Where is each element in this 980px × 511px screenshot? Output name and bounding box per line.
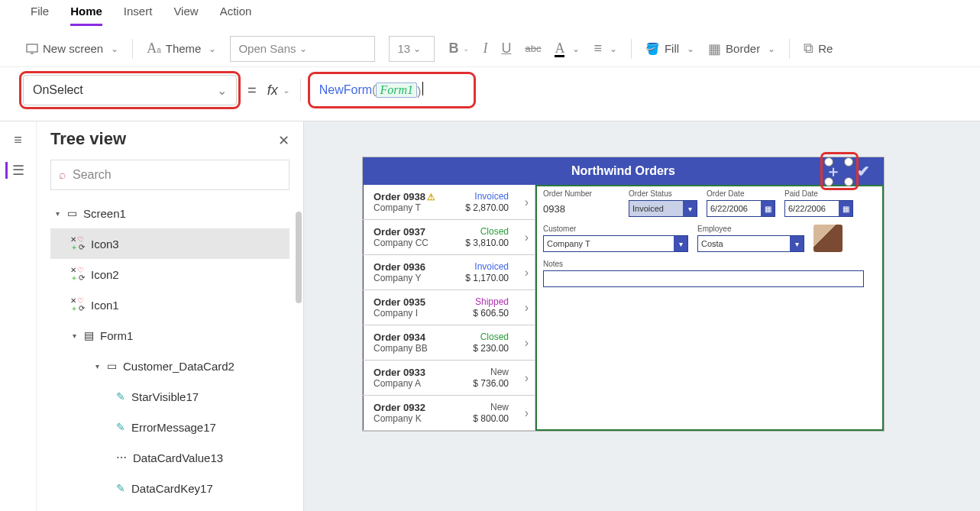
order-amount: $ 606.50	[473, 308, 509, 319]
calendar-icon: ▦	[761, 201, 775, 216]
reorder-button[interactable]: ⧉ Re	[804, 40, 833, 57]
order-status: New	[490, 367, 509, 377]
order-status-select[interactable]: Invoiced▾	[629, 200, 697, 217]
formula-arg: Form1	[376, 82, 417, 98]
employee-select[interactable]: Costa▾	[697, 235, 804, 252]
orders-gallery[interactable]: Order 0938⚠Company TInvoiced$ 2,870.00›O…	[363, 185, 535, 431]
label-icon: ✎	[116, 421, 125, 433]
tree-item-icon2[interactable]: ✕♡＋⟳ Icon2	[50, 259, 289, 289]
check-icon[interactable]: ✔	[857, 162, 870, 180]
order-amount: $ 736.00	[473, 378, 509, 389]
form-icon: ▤	[84, 329, 94, 341]
employee-avatar	[813, 225, 843, 252]
tree-search-input[interactable]: ⌕ Search	[50, 160, 289, 190]
font-family-value: Open Sans	[238, 42, 296, 55]
tree-view-icon[interactable]: ☰	[5, 162, 24, 179]
property-select[interactable]: OnSelect ⌄	[23, 75, 237, 105]
reorder-icon: ⧉	[804, 40, 813, 57]
new-screen-label: New screen	[43, 42, 103, 55]
theme-label: Theme	[166, 42, 202, 55]
hamburger-icon[interactable]: ≡	[14, 132, 22, 148]
chevron-down-icon: ▾	[683, 201, 697, 216]
order-row[interactable]: Order 0935Company IShipped$ 606.50›	[363, 290, 535, 325]
chevron-right-icon: ›	[525, 266, 529, 280]
theme-button[interactable]: Aa Theme	[147, 40, 216, 57]
search-icon: ⌕	[59, 168, 66, 182]
font-color-button[interactable]: A	[555, 40, 580, 57]
close-icon[interactable]: ✕	[278, 132, 289, 149]
tree-label: Form1	[100, 329, 133, 342]
menu-view[interactable]: View	[173, 5, 198, 24]
tree-label: Screen1	[83, 207, 126, 220]
tree-item-icon3[interactable]: ✕♡＋⟳ Icon3	[50, 228, 289, 259]
order-row[interactable]: Order 0938⚠Company TInvoiced$ 2,870.00›	[363, 185, 535, 220]
tree-view-title: Tree view	[50, 121, 289, 160]
order-form: Order Number 0938 Order Status Invoiced▾…	[535, 185, 884, 431]
strike-button[interactable]: abc	[525, 43, 541, 54]
tree-label: ErrorMessage17	[131, 421, 216, 434]
order-status: Closed	[480, 226, 509, 237]
reorder-label: Re	[818, 42, 833, 55]
label-icon: ✎	[116, 482, 125, 494]
screen-icon	[26, 43, 38, 55]
fx-button[interactable]: fx⌄	[267, 82, 289, 99]
tree-item-screen1[interactable]: ▾▭Screen1	[50, 198, 289, 228]
menu-file[interactable]: File	[31, 5, 49, 24]
fill-label: Fill	[665, 42, 679, 55]
menu-home[interactable]: Home	[70, 5, 102, 26]
border-button[interactable]: ▦ Border	[708, 40, 775, 57]
tree-label: DataCardValue13	[133, 451, 223, 464]
order-amount: $ 1,170.00	[465, 273, 509, 283]
calendar-icon: ▦	[839, 201, 852, 216]
menu-action[interactable]: Action	[220, 5, 252, 24]
search-placeholder: Search	[73, 168, 112, 182]
svg-rect-0	[27, 44, 37, 52]
label-icon: ✎	[116, 390, 125, 403]
notes-input[interactable]	[543, 270, 864, 287]
underline-button[interactable]: U	[501, 40, 511, 57]
customer-select[interactable]: Company T▾	[543, 235, 688, 252]
font-size-select[interactable]: 13	[389, 36, 435, 62]
app-preview: Northwind Orders ＋ ✔ Order 0938⚠Company …	[362, 157, 885, 432]
align-button[interactable]: ≡	[593, 40, 617, 57]
order-amount: $ 230.00	[473, 343, 509, 354]
formula-input[interactable]: NewForm( Form1 )	[312, 76, 472, 105]
tree-label: Customer_DataCard2	[123, 360, 234, 373]
chevron-right-icon: ›	[525, 336, 529, 350]
tree-item-icon1[interactable]: ✕♡＋⟳ Icon1	[50, 289, 289, 320]
tree-item-form1[interactable]: ▾▤Form1	[50, 320, 289, 351]
paid-date-input[interactable]: 6/22/2006▦	[784, 200, 853, 217]
tree-item-datacard[interactable]: ▾▭Customer_DataCard2	[50, 351, 289, 381]
order-row[interactable]: Order 0937Company CCClosed$ 3,810.00›	[363, 220, 535, 255]
font-size-value: 13	[397, 42, 410, 55]
order-row[interactable]: Order 0933Company ANew$ 736.00›	[363, 361, 535, 396]
tree-item-star[interactable]: ✎StarVisible17	[50, 381, 289, 412]
font-family-select[interactable]: Open Sans	[230, 36, 375, 62]
order-row[interactable]: Order 0932Company KNew$ 800.00›	[363, 396, 535, 431]
tree-item-value[interactable]: ⋯DataCardValue13	[50, 442, 289, 473]
paid-date-label: Paid Date	[784, 189, 853, 198]
italic-button[interactable]: I	[483, 40, 487, 57]
new-screen-button[interactable]: New screen	[26, 42, 118, 55]
tree-item-error[interactable]: ✎ErrorMessage17	[50, 412, 289, 442]
fill-button[interactable]: 🪣 Fill	[645, 42, 694, 56]
bold-button[interactable]: B⌄	[448, 40, 469, 57]
order-date-input[interactable]: 6/22/2006▦	[707, 200, 775, 217]
paint-bucket-icon: 🪣	[645, 42, 660, 56]
chevron-right-icon: ›	[525, 371, 529, 385]
tree-item-key[interactable]: ✎DataCardKey17	[50, 473, 289, 503]
order-status: Shipped	[475, 296, 509, 307]
order-number-value: 0938	[543, 200, 619, 215]
tree-label: DataCardKey17	[131, 482, 213, 495]
selection-handles[interactable]	[824, 157, 853, 186]
scrollbar-thumb[interactable]	[296, 212, 302, 303]
order-row[interactable]: Order 0934Company BBClosed$ 230.00›	[363, 325, 535, 361]
app-title: Northwind Orders	[571, 164, 675, 178]
icon-group-icon: ✕♡＋⟳	[70, 267, 85, 282]
order-status-label: Order Status	[629, 189, 697, 198]
fx-icon: fx	[267, 82, 278, 99]
menu-insert[interactable]: Insert	[124, 5, 153, 24]
border-label: Border	[726, 42, 760, 55]
border-icon: ▦	[708, 40, 721, 57]
order-row[interactable]: Order 0936Company YInvoiced$ 1,170.00›	[363, 255, 535, 290]
